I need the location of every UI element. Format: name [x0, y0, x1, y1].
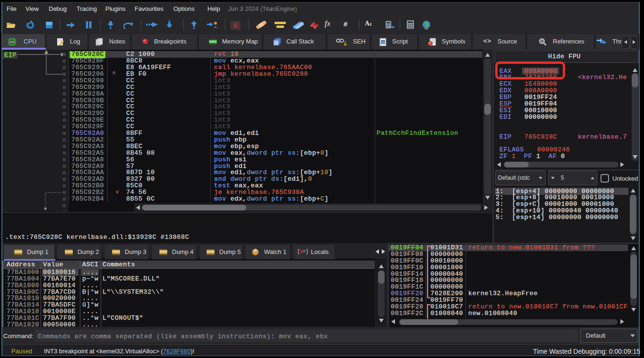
svg-text:S: S	[233, 22, 237, 29]
svg-text:32: 32	[10, 40, 14, 44]
svg-text:<>: <>	[381, 41, 385, 44]
